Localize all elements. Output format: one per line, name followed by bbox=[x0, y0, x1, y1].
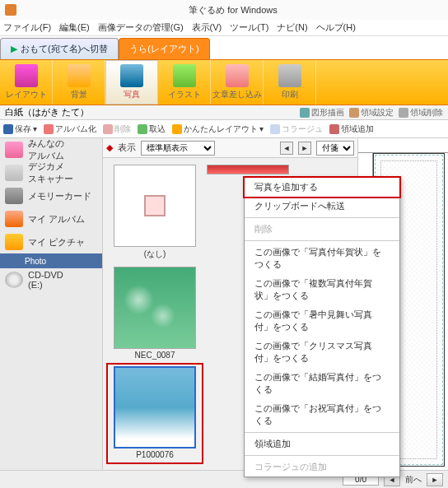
thumb-caption: (なし) bbox=[144, 249, 166, 260]
print-icon bbox=[278, 64, 301, 87]
tag-select[interactable]: 付箋 bbox=[316, 141, 354, 156]
info-bar: 白紙（はがき たて） 図形描画 領域設定 領域削除 bbox=[0, 105, 448, 120]
illust-icon bbox=[173, 64, 196, 87]
tab-back[interactable]: うら(レイアウト) bbox=[119, 38, 209, 59]
tool-region[interactable]: 領域設定 bbox=[349, 107, 394, 119]
ribbon-photo[interactable]: 写真 bbox=[105, 60, 158, 105]
sidebar-item-cddvd[interactable]: CD-DVD (E:) bbox=[0, 268, 102, 291]
ribbon-layout-label: レイアウト bbox=[6, 89, 47, 100]
tool-draw[interactable]: 図形描画 bbox=[300, 107, 344, 119]
btn-collage[interactable]: コラージュ bbox=[270, 123, 323, 135]
delete-icon bbox=[103, 124, 113, 134]
app-icon bbox=[5, 4, 16, 16]
btn-save[interactable]: 保存 ▾ bbox=[3, 123, 37, 135]
tab-front[interactable]: ▶おもて(宛て名)へ切替 bbox=[0, 38, 119, 59]
arrow-right-icon: ▶ bbox=[11, 44, 17, 54]
sort-select[interactable]: 標準順表示 bbox=[141, 141, 215, 156]
btn-regionadd-label: 領域追加 bbox=[341, 123, 374, 135]
ribbon-merge-label: 文章差し込み bbox=[212, 89, 262, 100]
separator bbox=[245, 432, 399, 433]
menu-image[interactable]: 画像データの管理(G) bbox=[98, 21, 184, 34]
btn-import[interactable]: 取込 bbox=[138, 123, 166, 135]
dot-icon: ◆ bbox=[106, 142, 113, 153]
ctx-region[interactable]: 領域追加 bbox=[245, 435, 399, 453]
sidebar-item-mypictures[interactable]: マイ ピクチャ bbox=[0, 230, 102, 253]
thumb-caption: P1000076 bbox=[136, 450, 174, 459]
btn-easy[interactable]: かんたんレイアウト ▾ bbox=[172, 123, 264, 135]
sidebar-item-label: マイ アルバム bbox=[28, 213, 85, 225]
menu-view[interactable]: 表示(V) bbox=[192, 21, 222, 34]
ribbon: レイアウト 背景 写真 イラスト 文章差し込み 印刷 bbox=[0, 59, 448, 105]
ctx-summer[interactable]: この画像で「暑中見舞い写真付」をつくる bbox=[245, 305, 399, 337]
nav-prev-button[interactable]: ◄ bbox=[280, 142, 293, 155]
ruler-horizontal bbox=[358, 138, 448, 153]
btn-import-label: 取込 bbox=[149, 123, 166, 135]
btn-delete[interactable]: 削除 bbox=[103, 123, 131, 135]
regiondel-icon bbox=[399, 108, 408, 118]
btn-regionadd[interactable]: 領域追加 bbox=[329, 123, 374, 135]
menu-navi[interactable]: ナビ(N) bbox=[277, 21, 307, 34]
separator bbox=[245, 455, 399, 456]
ctx-celebrate[interactable]: この画像で「お祝写真付」をつくる bbox=[245, 399, 399, 430]
tab-front-label: おもて(宛て名)へ切替 bbox=[21, 43, 108, 55]
mode-tabs: ▶おもて(宛て名)へ切替 うら(レイアウト) bbox=[0, 36, 448, 59]
display-label: 表示 bbox=[118, 142, 136, 154]
merge-icon bbox=[226, 64, 249, 87]
page-prev-label: 前へ bbox=[405, 474, 422, 486]
sidebar: みんなの アルバム デジカメ スキャナー メモリーカード マイ アルバム マイ … bbox=[0, 138, 103, 470]
ctx-xmas[interactable]: この画像で「クリスマス写真付」をつくる bbox=[245, 337, 399, 368]
sidebar-item-label: Photo bbox=[25, 257, 46, 266]
ribbon-merge[interactable]: 文章差し込み bbox=[211, 60, 264, 105]
context-menu: 写真を追加する クリップボードへ転送 削除 この画像で「写真付年賀状」をつくる … bbox=[244, 177, 400, 477]
separator bbox=[245, 240, 399, 241]
collage-icon bbox=[270, 124, 280, 134]
tool-regiondel[interactable]: 領域削除 bbox=[399, 107, 443, 119]
menu-file[interactable]: ファイル(F) bbox=[3, 21, 51, 34]
toolbar: 保存 ▾ アルバム化 削除 取込 かんたんレイアウト ▾ コラージュ 領域追加 bbox=[0, 120, 448, 138]
menu-help[interactable]: ヘルプ(H) bbox=[316, 21, 356, 34]
ribbon-print[interactable]: 印刷 bbox=[264, 60, 316, 105]
ribbon-layout[interactable]: レイアウト bbox=[0, 60, 53, 105]
thumb-nec0087[interactable]: NEC_0087 bbox=[110, 267, 200, 360]
everyone-icon bbox=[5, 142, 23, 158]
btn-collage-label: コラージュ bbox=[282, 123, 323, 135]
menu-tool[interactable]: ツール(T) bbox=[230, 21, 268, 34]
ribbon-illust[interactable]: イラスト bbox=[158, 60, 211, 105]
draw-icon bbox=[300, 108, 310, 118]
ctx-delete: 削除 bbox=[245, 220, 399, 239]
sidebar-item-memorycard[interactable]: メモリーカード bbox=[0, 184, 102, 207]
ctx-clipboard[interactable]: クリップボードへ転送 bbox=[245, 197, 399, 216]
sidebar-item-everyone-album[interactable]: みんなの アルバム bbox=[0, 138, 102, 161]
thumb-p1000076[interactable]: P1000076 bbox=[110, 366, 200, 461]
mypictures-icon bbox=[5, 234, 23, 250]
tool-draw-label: 図形描画 bbox=[311, 107, 344, 119]
ctx-nenga[interactable]: この画像で「写真付年賀状」をつくる bbox=[245, 243, 399, 274]
btn-delete-label: 削除 bbox=[114, 123, 131, 135]
sidebar-item-camera[interactable]: デジカメ スキャナー bbox=[0, 161, 102, 184]
ribbon-photo-label: 写真 bbox=[124, 89, 140, 100]
ribbon-bg-label: 背景 bbox=[71, 89, 87, 100]
sidebar-item-label: CD-DVD (E:) bbox=[28, 270, 63, 290]
menu-edit[interactable]: 編集(E) bbox=[59, 21, 90, 34]
sidebar-item-photo[interactable]: Photo bbox=[0, 253, 102, 268]
tool-region-label: 領域設定 bbox=[361, 107, 394, 119]
nav-next-button[interactable]: ► bbox=[298, 142, 311, 155]
bg-icon bbox=[68, 64, 91, 87]
thumb-none[interactable]: (なし) bbox=[110, 165, 200, 260]
document-title: 白紙（はがき たて） bbox=[5, 106, 89, 119]
ctx-multi[interactable]: この画像で「複数写真付年賀状」をつくる bbox=[245, 274, 399, 305]
sidebar-item-myalbum[interactable]: マイ アルバム bbox=[0, 207, 102, 230]
page-next-button[interactable]: ► bbox=[427, 473, 443, 486]
ribbon-print-label: 印刷 bbox=[282, 89, 298, 100]
window-title: 筆ぐるめ for Windows bbox=[23, 4, 443, 16]
ctx-add-photo[interactable]: 写真を追加する bbox=[245, 178, 399, 197]
sidebar-item-label: メモリーカード bbox=[28, 190, 91, 202]
thumb-image bbox=[207, 165, 289, 174]
sidebar-item-label: デジカメ スキャナー bbox=[28, 160, 73, 185]
none-icon bbox=[144, 195, 166, 216]
btn-albumize[interactable]: アルバム化 bbox=[44, 123, 96, 135]
ribbon-bg[interactable]: 背景 bbox=[53, 60, 105, 105]
btn-save-label: 保存 bbox=[15, 123, 31, 135]
easy-icon bbox=[172, 124, 182, 134]
ctx-wedding[interactable]: この画像で「結婚写真付」をつくる bbox=[245, 368, 399, 399]
